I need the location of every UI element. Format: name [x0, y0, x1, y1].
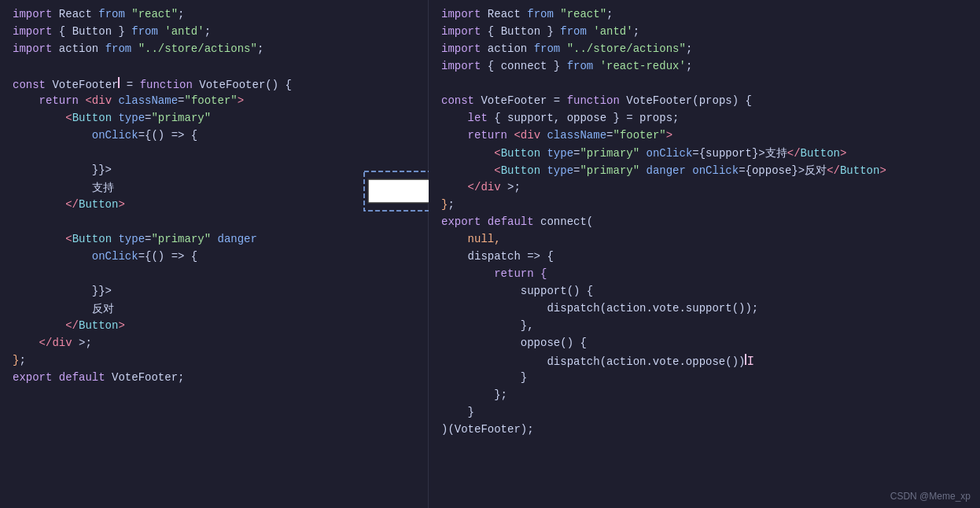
code-token: Button — [840, 164, 879, 177]
code-token: VoteFooter() { — [193, 79, 292, 91]
code-token: </ — [13, 319, 79, 332]
code-token: "footer" — [184, 94, 237, 107]
code-line: import React from "react"; — [429, 8, 980, 25]
code-token — [441, 112, 468, 124]
main-container: import React from "react";import { Butto… — [0, 0, 980, 508]
code-token — [587, 25, 593, 38]
code-token: < — [85, 94, 91, 107]
code-token: const — [441, 94, 474, 107]
code-token: className — [547, 129, 606, 142]
code-token: default — [488, 215, 534, 228]
right-code-block: import React from "react";import { Butto… — [429, 8, 980, 440]
code-token: { support, oppose } = props; — [488, 112, 680, 124]
code-token: from — [98, 8, 125, 20]
code-token: Button — [79, 198, 118, 211]
code-token — [112, 94, 118, 107]
code-token: React — [481, 8, 527, 20]
code-token: from — [131, 25, 158, 38]
code-line: } — [429, 406, 980, 423]
i-beam-cursor: I — [746, 355, 754, 369]
code-token: ; — [606, 8, 613, 20]
left-code-panel: import React from "react";import { Butto… — [0, 0, 429, 508]
code-token: > — [879, 164, 886, 177]
code-line: 支持 — [0, 181, 428, 198]
code-line: 反对 — [0, 302, 428, 319]
code-line: dispatch(action.vote.oppose())I — [429, 354, 980, 371]
code-line — [0, 146, 428, 164]
code-token: 'react-redux' — [600, 60, 686, 72]
code-token: < — [441, 147, 501, 160]
code-token: action — [52, 42, 105, 55]
code-token: return — [13, 94, 85, 107]
code-token: = — [606, 129, 613, 142]
code-token: > — [118, 319, 124, 332]
code-token — [540, 129, 547, 142]
code-token: }, — [441, 319, 534, 332]
code-token: r — [112, 79, 118, 91]
code-token: = — [120, 79, 139, 91]
code-token: 支持 — [765, 146, 787, 160]
code-line — [429, 77, 980, 94]
code-token: "primary" — [151, 233, 211, 245]
code-token: >; — [501, 181, 521, 193]
code-token: = — [573, 147, 580, 160]
code-line: <Button type="primary" onClick={support}… — [429, 146, 980, 164]
code-line: return <div className="footer"> — [429, 129, 980, 146]
code-token: Button — [501, 147, 540, 160]
code-token — [13, 182, 92, 194]
code-line: import React from "react"; — [0, 8, 428, 25]
code-token: < — [13, 112, 72, 124]
code-token: }}> — [13, 285, 112, 297]
code-line: } — [429, 371, 980, 388]
code-token: connect( — [534, 215, 594, 228]
code-token: "../store/actions" — [138, 42, 257, 55]
code-token: { Button } — [481, 25, 560, 38]
left-code-block: import React from "react";import { Butto… — [0, 8, 428, 388]
code-token: "../store/actions" — [567, 42, 686, 55]
code-token: onClick — [13, 250, 138, 263]
code-line: import action from "../store/actions"; — [429, 42, 980, 60]
code-token: } — [441, 371, 527, 384]
code-line: export default VoteFooter; — [0, 371, 428, 388]
code-token: dispatch(action.vote.oppose()) — [441, 355, 745, 368]
code-token: ={ — [138, 129, 152, 142]
code-token: = — [145, 233, 151, 245]
code-token: import — [13, 25, 52, 38]
code-token: )(VoteFooter); — [441, 423, 534, 436]
code-token: VoteFooter; — [105, 371, 185, 384]
code-line: dispatch(action.vote.support()); — [429, 302, 980, 319]
code-token: Button — [801, 147, 840, 160]
code-token: support() { — [441, 285, 593, 297]
code-token: { Button } — [52, 25, 131, 38]
code-token — [540, 147, 547, 160]
code-line: }; — [429, 198, 980, 215]
code-token: from — [560, 25, 587, 38]
code-token: Button — [501, 164, 540, 177]
code-token: return — [441, 129, 514, 142]
code-token — [540, 164, 547, 177]
code-token — [125, 8, 131, 20]
code-line: }, — [429, 319, 980, 337]
code-token — [131, 42, 138, 55]
code-line — [0, 215, 428, 233]
code-token: div — [52, 337, 72, 349]
code-line: </div >; — [429, 181, 980, 198]
code-token: "footer" — [613, 129, 665, 142]
code-token — [13, 303, 92, 315]
code-token: Button — [72, 112, 112, 124]
code-token: React — [52, 8, 98, 20]
code-token: </ — [441, 181, 481, 193]
code-line: </Button> — [0, 198, 428, 215]
code-token: { connect } — [481, 60, 566, 72]
code-line: onClick={() => { — [0, 250, 428, 267]
code-token: ; — [19, 354, 25, 366]
code-token: const — [13, 79, 46, 91]
code-token — [481, 215, 487, 228]
code-line: export default connect( — [429, 215, 980, 233]
code-line: return { — [429, 267, 980, 285]
code-token: oppose() { — [441, 337, 587, 349]
code-line: const VoteFooter = function VoteFooter(p… — [429, 94, 980, 112]
code-token: 反对 — [805, 164, 827, 178]
code-line: import { connect } from 'react-redux'; — [429, 60, 980, 77]
code-token: function — [140, 79, 193, 91]
